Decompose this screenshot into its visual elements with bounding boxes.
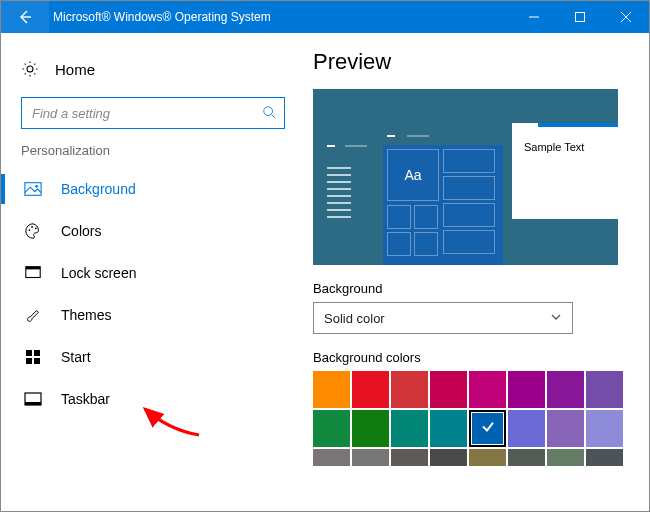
nav-label: Taskbar: [61, 391, 110, 407]
color-swatch[interactable]: [508, 371, 545, 408]
color-swatch[interactable]: [352, 410, 389, 447]
close-button[interactable]: [603, 1, 649, 33]
color-swatch[interactable]: [430, 410, 467, 447]
svg-rect-11: [26, 358, 32, 364]
gear-icon: [21, 60, 39, 78]
svg-point-4: [29, 229, 31, 231]
nav-item-start[interactable]: Start: [21, 336, 297, 378]
titlebar: Microsoft® Windows® Operating System: [1, 1, 649, 33]
nav-list: Background Colors Lock screen Themes: [21, 168, 297, 420]
color-swatch[interactable]: [508, 449, 545, 466]
color-swatch[interactable]: [547, 410, 584, 447]
color-swatch[interactable]: [547, 449, 584, 466]
preview-tile-text: Aa: [388, 150, 438, 200]
svg-point-6: [35, 227, 37, 229]
svg-rect-8: [26, 267, 40, 270]
color-swatches: [313, 371, 631, 466]
color-swatch[interactable]: [469, 410, 506, 447]
preview-window: Sample Text: [512, 123, 618, 219]
window-controls: [511, 1, 649, 33]
svg-rect-0: [576, 13, 585, 22]
main-panel: Preview Aa Sample Text Background Solid …: [301, 33, 649, 511]
maximize-button[interactable]: [557, 1, 603, 33]
nav-label: Themes: [61, 307, 112, 323]
svg-rect-10: [34, 350, 40, 356]
preview-start-tiles: Aa: [383, 145, 503, 265]
nav-item-taskbar[interactable]: Taskbar: [21, 378, 297, 420]
color-swatch[interactable]: [586, 410, 623, 447]
color-swatch[interactable]: [508, 410, 545, 447]
color-swatch[interactable]: [352, 449, 389, 466]
color-swatch[interactable]: [313, 410, 350, 447]
page-title: Preview: [313, 49, 631, 75]
brush-icon: [23, 305, 43, 325]
start-icon: [23, 347, 43, 367]
section-label: Personalization: [21, 143, 297, 158]
sidebar: Home Personalization Background Colors: [1, 33, 301, 511]
nav-label: Colors: [61, 223, 101, 239]
colors-label: Background colors: [313, 350, 631, 365]
nav-item-colors[interactable]: Colors: [21, 210, 297, 252]
home-label: Home: [55, 61, 95, 78]
svg-point-1: [264, 106, 273, 115]
color-swatch[interactable]: [430, 371, 467, 408]
color-swatch[interactable]: [586, 371, 623, 408]
svg-rect-14: [25, 402, 41, 405]
check-icon: [480, 418, 496, 437]
home-link[interactable]: Home: [21, 49, 297, 89]
svg-rect-12: [34, 358, 40, 364]
background-label: Background: [313, 281, 631, 296]
svg-point-5: [31, 226, 33, 228]
color-swatch[interactable]: [352, 371, 389, 408]
dropdown-value: Solid color: [324, 311, 385, 326]
color-swatch[interactable]: [391, 449, 428, 466]
preview-start-list: [325, 145, 373, 265]
nav-item-lockscreen[interactable]: Lock screen: [21, 252, 297, 294]
color-swatch[interactable]: [313, 371, 350, 408]
svg-point-3: [35, 185, 38, 188]
color-swatch[interactable]: [469, 449, 506, 466]
nav-label: Start: [61, 349, 91, 365]
taskbar-icon: [23, 389, 43, 409]
nav-label: Lock screen: [61, 265, 136, 281]
chevron-down-icon: [550, 311, 562, 326]
svg-rect-2: [25, 183, 41, 196]
back-button[interactable]: [1, 1, 49, 33]
arrow-left-icon: [17, 9, 33, 25]
palette-icon: [23, 221, 43, 241]
color-swatch[interactable]: [547, 371, 584, 408]
color-swatch[interactable]: [586, 449, 623, 466]
window-title: Microsoft® Windows® Operating System: [53, 10, 511, 24]
nav-item-background[interactable]: Background: [21, 168, 297, 210]
color-swatch[interactable]: [391, 410, 428, 447]
desktop-preview: Aa Sample Text: [313, 89, 618, 265]
preview-sample-text: Sample Text: [512, 127, 618, 153]
search-field[interactable]: [30, 105, 262, 122]
color-swatch[interactable]: [391, 371, 428, 408]
lockscreen-icon: [23, 263, 43, 283]
nav-item-themes[interactable]: Themes: [21, 294, 297, 336]
background-dropdown[interactable]: Solid color: [313, 302, 573, 334]
color-swatch[interactable]: [469, 371, 506, 408]
minimize-button[interactable]: [511, 1, 557, 33]
color-swatch[interactable]: [430, 449, 467, 466]
search-input[interactable]: [21, 97, 285, 129]
search-icon: [262, 105, 276, 122]
color-swatch[interactable]: [313, 449, 350, 466]
svg-rect-9: [26, 350, 32, 356]
image-icon: [23, 179, 43, 199]
nav-label: Background: [61, 181, 136, 197]
